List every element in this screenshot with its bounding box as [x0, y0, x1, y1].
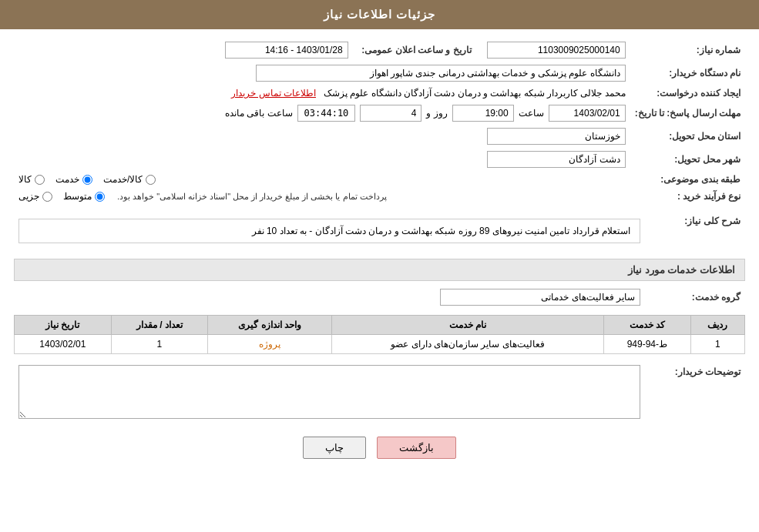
- cell-name: فعالیت‌های سایر سازمان‌های دارای عضو: [332, 335, 604, 354]
- col-header-date: تاریخ نیاز: [15, 316, 112, 335]
- deadline-time-input[interactable]: [452, 105, 514, 122]
- back-button[interactable]: بازگشت: [377, 437, 456, 459]
- description-label: شرح کلی نیاز:: [645, 211, 745, 251]
- category-option-khedmat[interactable]: خدمت: [55, 174, 92, 185]
- process-note: پرداخت تمام یا بخشی از مبلغ خریدار از مح…: [117, 192, 387, 202]
- province-label: استان محل تحویل:: [630, 125, 745, 148]
- deadline-days-label: روز و: [426, 108, 447, 119]
- col-header-row: ردیف: [690, 316, 744, 335]
- category-kala-khedmat-label: کالا/خدمت: [103, 174, 143, 185]
- need-number-input[interactable]: [487, 42, 626, 59]
- need-number-label: شماره نیاز:: [630, 38, 745, 62]
- col-header-unit: واحد اندازه گیری: [208, 316, 332, 335]
- description-box: استعلام قرارداد تامین امنیت نیروهای 89 ر…: [18, 219, 640, 243]
- buyer-org-input[interactable]: [256, 65, 626, 82]
- col-header-code: کد خدمت: [603, 316, 690, 335]
- services-table: ردیف کد خدمت نام خدمت واحد اندازه گیری ت…: [14, 315, 745, 354]
- creator-contact-link[interactable]: اطلاعات تماس خریدار: [231, 88, 316, 99]
- process-radio-group: جزیی متوسط: [18, 191, 105, 202]
- category-label: طبقه بندی موضوعی:: [630, 171, 745, 188]
- process-option-motavaset[interactable]: متوسط: [63, 191, 105, 202]
- service-group-input[interactable]: [440, 289, 640, 306]
- page-header: جزئیات اطلاعات نیاز: [0, 0, 759, 29]
- creator-value: محمد جلالی کاربردار شبکه بهداشت و درمان …: [324, 88, 626, 99]
- action-buttons: بازگشت چاپ: [14, 437, 745, 459]
- province-input[interactable]: [487, 128, 626, 145]
- cell-qty: 1: [111, 335, 208, 354]
- services-section-title: اطلاعات خدمات مورد نیاز: [14, 259, 745, 281]
- creator-label: ایجاد کننده درخواست:: [630, 85, 745, 102]
- unit-link[interactable]: پروژه: [259, 339, 280, 350]
- buyer-org-label: نام دستگاه خریدار:: [630, 62, 745, 85]
- announce-label: تاریخ و ساعت اعلان عمومی:: [353, 38, 476, 62]
- table-row: 1 ط-94-949 فعالیت‌های سایر سازمان‌های دا…: [15, 335, 745, 354]
- remaining-time-display: 03:44:10: [297, 105, 356, 122]
- remaining-label: ساعت باقی مانده: [225, 108, 293, 119]
- process-option-jozi[interactable]: جزیی: [18, 191, 52, 202]
- deadline-date-input[interactable]: [549, 105, 626, 122]
- deadline-label: مهلت ارسال پاسخ: تا تاریخ:: [630, 102, 745, 125]
- buyer-notes-textarea[interactable]: [18, 365, 640, 419]
- description-text: استعلام قرارداد تامین امنیت نیروهای 89 ر…: [252, 226, 630, 236]
- process-jozi-label: جزیی: [18, 191, 39, 202]
- city-input[interactable]: [487, 151, 626, 168]
- cell-row: 1: [690, 335, 744, 354]
- category-option-kala[interactable]: کالا: [18, 174, 45, 185]
- category-option-kala-khedmat[interactable]: کالا/خدمت: [103, 174, 156, 185]
- cell-code: ط-94-949: [603, 335, 690, 354]
- process-label: نوع فرآیند خرید :: [630, 188, 745, 205]
- service-group-label: گروه خدمت:: [645, 286, 745, 309]
- col-header-name: نام خدمت: [332, 316, 604, 335]
- deadline-days-input[interactable]: [360, 105, 421, 122]
- cell-date: 1403/02/01: [15, 335, 112, 354]
- deadline-time-label: ساعت: [519, 108, 544, 119]
- print-button[interactable]: چاپ: [303, 437, 366, 459]
- category-kala-label: کالا: [18, 174, 32, 185]
- category-khedmat-label: خدمت: [55, 174, 79, 185]
- cell-unit: پروژه: [208, 335, 332, 354]
- buyer-notes-label: توضیحات خریدار:: [645, 362, 745, 424]
- category-radio-group: کالا خدمت کالا/خدمت: [18, 174, 626, 185]
- col-header-qty: تعداد / مقدار: [111, 316, 208, 335]
- process-motavaset-label: متوسط: [63, 191, 92, 202]
- page-title: جزئیات اطلاعات نیاز: [324, 8, 435, 21]
- announce-value-input[interactable]: [225, 42, 348, 59]
- city-label: شهر محل تحویل:: [630, 148, 745, 171]
